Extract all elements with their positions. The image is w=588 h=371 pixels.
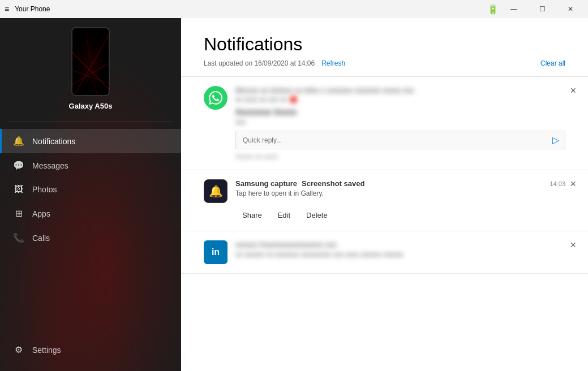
sidebar-divider xyxy=(9,122,172,122)
titlebar-right: 🔋 — ☐ ✕ xyxy=(487,0,583,18)
main-container: Galaxy A50s 🔔 Notifications 💬 Messages 🖼… xyxy=(0,18,588,371)
reply-send-button[interactable]: ▷ xyxy=(547,131,565,149)
content-area: Notifications Last updated on 16/09/2020… xyxy=(181,18,588,371)
notif-body-samsung: Samsung capture Screenshot saved 14:03 T… xyxy=(235,179,565,197)
notif-body-linkedin: xxxxxx Xxxxxxxxxxxxxxxxx xxx xx xxxxxx x… xyxy=(235,240,565,258)
sidebar: Galaxy A50s 🔔 Notifications 💬 Messages 🖼… xyxy=(0,18,181,371)
notif-header-linkedin: in xxxxxx Xxxxxxxxxxxxxxxxx xxx xx xxxxx… xyxy=(204,240,565,264)
notifications-icon: 🔔 xyxy=(13,136,24,146)
whatsapp-icon xyxy=(204,86,228,110)
notif-whatsapp-title: Mxrxxx xx txxtxxx xx txtxx x xxxxxxx xxx… xyxy=(235,86,414,94)
content-header: Notifications Last updated on 16/09/2020… xyxy=(181,18,588,77)
notif-title-row-linkedin: xxxxxx Xxxxxxxxxxxxxxxxx xxx xyxy=(235,240,565,249)
clear-all-button[interactable]: Clear all xyxy=(540,59,565,67)
notification-whatsapp: ✕ Mxrxxx xx txxtxxx xx txtxx x xxxxxxx x… xyxy=(181,77,588,170)
notif-linkedin-title: xxxxxx Xxxxxxxxxxxxxxxxx xxx xyxy=(235,240,336,249)
minimize-button[interactable]: — xyxy=(501,0,527,18)
maximize-button[interactable]: ☐ xyxy=(529,0,555,18)
notif-header-samsung: 🔔 Samsung capture Screenshot saved 14:03… xyxy=(204,179,565,203)
reply-input[interactable] xyxy=(236,132,547,149)
sidebar-item-calls[interactable]: 📞 Calls xyxy=(0,226,181,250)
page-title: Notifications xyxy=(204,34,565,55)
notification-samsung-capture: ✕ 🔔 Samsung capture Screenshot saved 14:… xyxy=(181,170,588,231)
phone-name: Galaxy A50s xyxy=(69,102,113,110)
samsung-desc: Tap here to open it in Gallery. xyxy=(235,189,565,197)
notifications-list: ✕ Mxrxxx xx txxtxxx xx txtxx x xxxxxxx x… xyxy=(181,77,588,371)
apps-icon: ⊞ xyxy=(13,208,24,219)
messages-label: Messages xyxy=(32,161,68,170)
samsung-summary: Screenshot saved xyxy=(302,179,364,188)
refresh-link[interactable]: Refresh xyxy=(321,59,345,67)
samsung-share-button[interactable]: Share xyxy=(235,209,269,222)
close-whatsapp-notification[interactable]: ✕ xyxy=(566,84,580,97)
settings-label: Settings xyxy=(32,346,61,355)
notif-whatsapp-subtext: Xxxxx xx xxxx xyxy=(235,153,278,161)
sidebar-bottom: ⚙ Settings xyxy=(0,333,181,371)
battery-icon: 🔋 xyxy=(487,4,499,15)
photos-icon: 🖼 xyxy=(13,184,24,195)
reply-input-wrapper: ▷ xyxy=(235,131,565,149)
sidebar-item-messages[interactable]: 💬 Messages xyxy=(0,153,181,178)
notif-title-row-samsung: Samsung capture Screenshot saved 14:03 xyxy=(235,179,565,188)
hamburger-icon[interactable]: ≡ xyxy=(5,5,9,14)
samsung-actions: Share Edit Delete xyxy=(235,209,565,222)
sidebar-item-apps[interactable]: ⊞ Apps xyxy=(0,201,181,226)
notif-whatsapp-body2: xxx xyxy=(235,118,565,126)
notif-linkedin-body: xx xxxxxx xx xxxxxxx xxxxxxxxx xxx xxxx … xyxy=(235,251,565,258)
samsung-app-name: Samsung capture xyxy=(235,179,297,188)
notification-linkedin: ✕ in xxxxxx Xxxxxxxxxxxxxxxxx xxx xx xxx… xyxy=(181,231,588,274)
notif-whatsapp-subtitle: xx xxxx xx xxx xx 🔴 xyxy=(235,96,565,103)
photos-label: Photos xyxy=(32,185,57,194)
notifications-label: Notifications xyxy=(32,137,75,146)
messages-icon: 💬 xyxy=(13,160,24,171)
samsung-edit-button[interactable]: Edit xyxy=(271,209,297,222)
notif-body-whatsapp: Mxrxxx xx txxtxxx xx txtxx x xxxxxxx xxx… xyxy=(235,86,565,126)
notif-whatsapp-body: Xxxxxxxx Xxxxx xyxy=(235,107,297,117)
phone-image xyxy=(71,27,110,96)
content-subtitle: Last updated on 16/09/2020 at 14:06 Refr… xyxy=(204,59,565,67)
close-button[interactable]: ✕ xyxy=(557,0,583,18)
sidebar-item-notifications[interactable]: 🔔 Notifications xyxy=(0,129,181,153)
last-updated-text: Last updated on 16/09/2020 at 14:06 xyxy=(204,59,315,67)
close-linkedin-notification[interactable]: ✕ xyxy=(566,238,580,252)
calls-label: Calls xyxy=(32,234,50,243)
sidebar-content: Galaxy A50s 🔔 Notifications 💬 Messages 🖼… xyxy=(0,18,181,371)
titlebar: ≡ Your Phone 🔋 — ☐ ✕ xyxy=(0,0,588,18)
notif-reply-area: ▷ xyxy=(235,131,565,149)
samsung-capture-icon: 🔔 xyxy=(204,179,228,203)
notif-sub-text: Xxxxx xx xxxx xyxy=(235,153,565,161)
sidebar-item-settings[interactable]: ⚙ Settings xyxy=(0,338,181,362)
settings-icon: ⚙ xyxy=(13,344,24,355)
sidebar-item-photos[interactable]: 🖼 Photos xyxy=(0,178,181,201)
notif-header-whatsapp: Mxrxxx xx txxtxxx xx txtxx x xxxxxxx xxx… xyxy=(204,86,565,126)
calls-icon: 📞 xyxy=(13,232,24,243)
nav-items: 🔔 Notifications 💬 Messages 🖼 Photos ⊞ Ap… xyxy=(0,127,181,333)
apps-label: Apps xyxy=(32,209,50,218)
samsung-delete-button[interactable]: Delete xyxy=(299,209,334,222)
phone-area: Galaxy A50s xyxy=(0,18,181,117)
linkedin-icon: in xyxy=(204,240,228,264)
app-title: Your Phone xyxy=(15,5,50,13)
samsung-time: 14:03 xyxy=(550,180,565,187)
close-samsung-notification[interactable]: ✕ xyxy=(566,177,580,191)
notif-title-row-whatsapp: Mxrxxx xx txxtxxx xx txtxx x xxxxxxx xxx… xyxy=(235,86,565,94)
titlebar-left: ≡ Your Phone xyxy=(5,5,50,14)
